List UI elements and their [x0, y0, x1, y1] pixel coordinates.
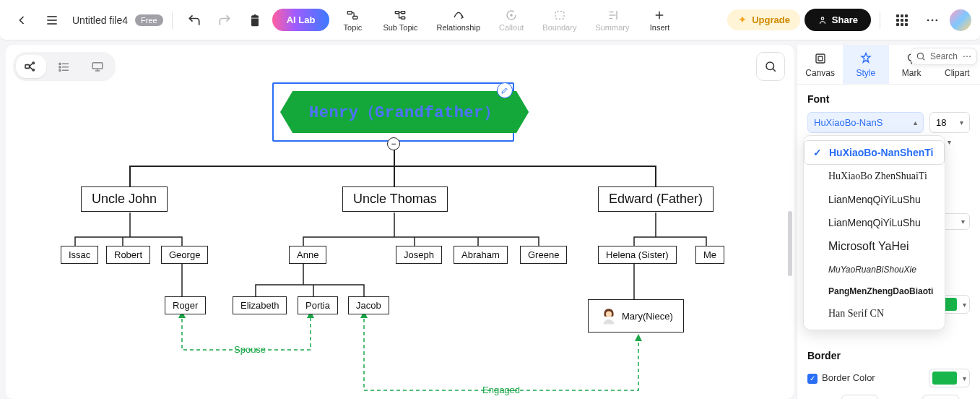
canvas-search-button[interactable]	[756, 52, 785, 81]
font-family-select[interactable]: HuXiaoBo-NanS ▴	[807, 112, 924, 133]
node-issac[interactable]: Issac	[61, 246, 98, 264]
back-button[interactable]	[9, 7, 35, 33]
toolbar-boundary: Boundary	[535, 6, 584, 35]
font-option[interactable]: LianMenqQiYiLuShu	[804, 188, 945, 211]
user-avatar[interactable]	[950, 9, 971, 31]
font-option[interactable]: HuXiaoBo-NanShenTi	[804, 140, 945, 165]
file-name[interactable]: Untitled file4	[72, 14, 128, 26]
svg-marker-38	[635, 334, 642, 341]
view-outline[interactable]	[49, 55, 79, 78]
chevron-up-icon: ▴	[914, 119, 917, 126]
section-font-heading: Font	[807, 93, 970, 105]
node-me[interactable]: Me	[695, 246, 724, 264]
toolbar-insert[interactable]: Insert	[641, 6, 678, 35]
view-present[interactable]	[82, 55, 113, 78]
redo-button[interactable]	[212, 7, 238, 33]
separator	[880, 12, 880, 29]
share-button[interactable]: Share	[805, 9, 871, 31]
section-border-heading: Border	[807, 350, 970, 361]
svg-rect-3	[348, 11, 352, 14]
ai-lab-button[interactable]: AI Lab	[272, 9, 330, 31]
node-style-handle[interactable]	[497, 82, 513, 98]
share-label: Share	[832, 14, 858, 25]
toolbar-item-label: Callout	[499, 23, 524, 32]
upgrade-label: Upgrade	[752, 14, 790, 25]
panel-search[interactable]: Search	[911, 48, 977, 65]
node-elizabeth[interactable]: Elizabeth	[233, 296, 287, 314]
collapse-toggle[interactable]: −	[387, 137, 400, 150]
scrollbar[interactable]	[788, 211, 792, 276]
more-button[interactable]	[919, 7, 945, 33]
toolbar-callout: Callout	[492, 6, 531, 35]
node-roger[interactable]: Roger	[165, 296, 206, 314]
node-greene[interactable]: Greene	[520, 246, 567, 264]
svg-point-23	[32, 69, 34, 71]
node-anne[interactable]: Anne	[289, 246, 326, 264]
font-option[interactable]: Han Serif CN	[804, 302, 945, 325]
font-option[interactable]: PangMenZhengDaoBiaoti	[804, 280, 945, 302]
toolbar-topic[interactable]: Topic	[334, 6, 371, 35]
apps-grid-button[interactable]	[889, 7, 915, 33]
weight-select[interactable]: ▾	[841, 395, 878, 399]
canvas[interactable]: Henry（Grandfather） − Uncle John Uncle Th…	[6, 45, 794, 399]
font-family-value: HuXiaoBo-NanS	[814, 117, 883, 128]
node-portia[interactable]: Portia	[298, 296, 338, 314]
font-size-value: 18	[936, 117, 946, 128]
node-root[interactable]: Henry（Grandfather）	[280, 91, 529, 133]
svg-rect-5	[396, 11, 399, 13]
svg-point-26	[59, 66, 61, 68]
node-helena[interactable]: Helena (Sister)	[598, 246, 677, 264]
svg-rect-41	[818, 56, 823, 61]
node-jacob[interactable]: Jacob	[348, 296, 389, 314]
node-george[interactable]: George	[161, 246, 208, 264]
node-mary-label: Mary(Niece)	[622, 311, 673, 322]
font-option[interactable]: MuYaoRuanBiShouXie	[804, 259, 945, 280]
paste-button[interactable]	[242, 7, 268, 33]
node-abraham[interactable]: Abraham	[454, 246, 508, 264]
svg-point-15	[821, 17, 824, 20]
svg-rect-7	[402, 17, 405, 19]
dashes-select[interactable]: ▾	[922, 395, 959, 399]
undo-button[interactable]	[181, 7, 207, 33]
svg-point-46	[963, 56, 965, 57]
view-switcher	[13, 52, 116, 81]
node-uncle-john[interactable]: Uncle John	[81, 186, 168, 212]
toolbar-item-label: Topic	[344, 23, 363, 32]
panel-search-label: Search	[930, 51, 958, 61]
toolbar-relationship[interactable]: Relationship	[430, 6, 488, 35]
svg-point-39	[606, 312, 612, 317]
right-panel: Canvas Style Mark Clipart Search Font	[797, 45, 980, 399]
svg-rect-40	[816, 54, 825, 63]
toolbar-subtopic[interactable]: Sub Topic	[376, 6, 425, 35]
svg-rect-19	[25, 65, 30, 69]
font-option[interactable]: HuXiaoBo ZhenShuaiTi	[804, 165, 945, 188]
node-robert[interactable]: Robert	[106, 246, 150, 264]
svg-point-22	[32, 62, 34, 64]
menu-button[interactable]	[39, 7, 65, 33]
svg-rect-30	[92, 63, 103, 69]
node-uncle-thomas[interactable]: Uncle Thomas	[342, 186, 448, 212]
color-swatch	[932, 372, 957, 385]
separator	[172, 12, 173, 29]
node-joseph[interactable]: Joseph	[396, 246, 442, 264]
font-option[interactable]: Microsoft YaHei	[804, 234, 945, 259]
svg-point-28	[59, 69, 61, 71]
more-icon	[962, 51, 972, 61]
node-edward[interactable]: Edward (Father)	[598, 186, 714, 212]
tab-canvas[interactable]: Canvas	[797, 45, 843, 84]
font-size-select[interactable]: 18 ▾	[929, 112, 970, 133]
node-mary[interactable]: Mary(Niece)	[588, 299, 684, 332]
view-mindmap[interactable]	[16, 55, 46, 78]
chevron-down-icon: ▾	[960, 119, 963, 126]
chevron-down-icon: ▾	[948, 138, 951, 146]
upgrade-button[interactable]: Upgrade	[727, 9, 800, 30]
svg-point-48	[969, 56, 971, 57]
font-option[interactable]: LianMenqQiYiLuShu	[804, 211, 945, 234]
border-color-select[interactable]: ▾	[929, 369, 970, 387]
svg-point-33	[766, 62, 774, 70]
tab-style[interactable]: Style	[843, 45, 888, 84]
main-area: Henry（Grandfather） − Uncle John Uncle Th…	[6, 45, 980, 399]
svg-point-47	[966, 56, 968, 57]
checkbox-icon[interactable]: ✓	[807, 374, 818, 384]
toolbar-item-label: Summary	[595, 23, 629, 32]
